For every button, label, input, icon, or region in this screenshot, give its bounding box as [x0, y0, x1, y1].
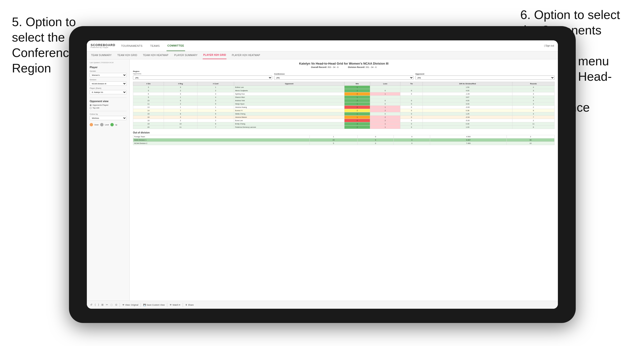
- table-cell: [370, 96, 400, 99]
- opponent-select[interactable]: (All): [416, 76, 554, 80]
- sub-tab-team-summary[interactable]: TEAM SUMMARY: [91, 51, 112, 59]
- table-cell: 1: [370, 106, 400, 109]
- cut-icon[interactable]: ✂: [106, 303, 108, 306]
- back-icon[interactable]: ⟨: [95, 303, 96, 306]
- sub-tab-player-h2h-grid[interactable]: PLAYER H2H GRID: [203, 51, 226, 59]
- table-cell: 4: [512, 112, 554, 116]
- table-cell: 3: [197, 92, 234, 96]
- region-label: Region: [133, 70, 272, 72]
- player-rank-select[interactable]: 8. Katelyn Vo: [90, 90, 126, 94]
- nav-tab-tournaments[interactable]: TOURNAMENTS: [120, 40, 144, 51]
- record-row: Overall Record: 353 - 34 - 6 Division Re…: [133, 66, 554, 68]
- sub-tab-player-summary[interactable]: PLAYER SUMMARY: [174, 51, 198, 59]
- table-cell: 14: [133, 109, 164, 112]
- table-cell: 4.00: [423, 89, 512, 92]
- table-cell: 3: [133, 86, 164, 89]
- h2h-data-table: # Div # Reg # Conf Opponent Win Loss Tie…: [133, 82, 554, 129]
- sub-tab-team-h2h-grid[interactable]: TEAM H2H GRID: [117, 51, 138, 59]
- table-row: 1822Euna Lee020-5.002: [133, 119, 554, 122]
- undo-icon[interactable]: ↺: [90, 303, 92, 306]
- table-cell: Federica Domecq Lacroze: [234, 126, 344, 129]
- colour-by-select[interactable]: Win/loss: [90, 116, 126, 120]
- out-table-cell: 5: [310, 142, 357, 145]
- table-cell: 6: [197, 122, 234, 126]
- table-cell: 3.33: [423, 102, 512, 106]
- table-cell: 2: [512, 119, 554, 122]
- toolbar-sep-3: [167, 303, 167, 307]
- table-cell: 2: [512, 106, 554, 109]
- table-cell: 0: [400, 102, 423, 106]
- col-rounds: Rounds: [512, 82, 554, 86]
- table-cell: 0.30: [423, 122, 512, 126]
- save-custom-btn[interactable]: 💾 Save Custom View: [143, 304, 165, 306]
- table-cell: Stella Cheng: [234, 112, 344, 116]
- table-cell: Sydney Kuo: [234, 92, 344, 96]
- table-cell: 4: [197, 109, 234, 112]
- table-cell: 10: [133, 99, 164, 102]
- nav-tabs: TOURNAMENTS TEAMS COMMITTEE: [120, 40, 544, 51]
- table-cell: 16: [133, 116, 164, 119]
- out-table-cell: 0: [394, 139, 430, 142]
- sub-tab-player-h2h-heatmap[interactable]: PLAYER H2H HEATMAP: [231, 51, 260, 59]
- col-conf: # Conf: [197, 82, 234, 86]
- table-cell: 1: [370, 92, 400, 96]
- colour-by-label: Colour by: [90, 113, 126, 115]
- toolbar-sep-4: [183, 303, 183, 307]
- table-cell: 0: [400, 126, 423, 129]
- table-cell: 2: [197, 119, 234, 122]
- table-cell: 1: [164, 106, 197, 109]
- col-opponent: Opponent: [234, 82, 344, 86]
- circle-icon[interactable]: ◌: [110, 303, 113, 306]
- table-cell: 1.33: [423, 126, 512, 129]
- gender-select[interactable]: Women's: [90, 73, 126, 77]
- table-cell: Jessica Mason: [234, 116, 344, 119]
- conference-select[interactable]: (All): [274, 76, 413, 80]
- table-row: 19106Emily Chang4100.3011: [133, 122, 554, 126]
- table-cell: 3.67: [423, 96, 512, 99]
- radio-opponents-played[interactable]: Opponents Played: [90, 104, 126, 106]
- table-cell: 11: [512, 122, 554, 126]
- watch-btn[interactable]: 👁 Watch ▾: [170, 304, 180, 306]
- overall-record: Overall Record: 353 - 34 - 6: [311, 66, 338, 68]
- table-cell: 7: [164, 109, 197, 112]
- table-row: 1125Heejo Hyun1003.333: [133, 102, 554, 106]
- filter-row: Region Opponents: (All) Conference (All): [133, 70, 554, 80]
- radio-dot-top100: [90, 107, 92, 109]
- nav-sign-out[interactable]: | Sign out: [544, 44, 554, 47]
- region-select[interactable]: (All): [133, 76, 272, 80]
- clock-icon[interactable]: ⊙: [115, 303, 117, 306]
- table-cell: 8: [164, 112, 197, 116]
- table-cell: 1: [344, 86, 370, 89]
- grid-icon[interactable]: ⊞: [101, 303, 104, 306]
- table-cell: 1: [197, 106, 234, 109]
- table-cell: 2: [344, 109, 370, 112]
- table-cell: 1: [344, 116, 370, 119]
- table-cell: 2: [370, 109, 400, 112]
- conference-label: Conference: [274, 73, 413, 75]
- table-cell: 6: [133, 92, 164, 96]
- share-btn[interactable]: ⬆ Share: [185, 304, 194, 306]
- sub-tab-team-h2h-heatmap[interactable]: TEAM H2H HEATMAP: [142, 51, 169, 59]
- table-cell: 3: [197, 99, 234, 102]
- table-cell: 0: [400, 99, 423, 102]
- radio-top100[interactable]: Top 100: [90, 107, 126, 109]
- out-table-cell: 9.267: [430, 139, 507, 142]
- table-cell: 3: [512, 96, 554, 99]
- table-cell: Alexis Sudjianto: [234, 89, 344, 92]
- division-select[interactable]: NCAA Division III: [90, 81, 126, 86]
- colour-level: [100, 123, 104, 126]
- col-reg: # Reg: [164, 82, 197, 86]
- table-cell: 4: [512, 86, 554, 89]
- nav-tab-teams[interactable]: TEAMS: [149, 40, 160, 51]
- table-cell: 0: [400, 112, 423, 116]
- left-panel: Last Updated: 27/03/2024 04:34 Player Ge…: [87, 59, 130, 301]
- table-cell: 4: [197, 96, 234, 99]
- table-cell: Esther Lee: [234, 86, 344, 89]
- out-table-cell: 0: [394, 135, 430, 139]
- col-tie: Tie: [400, 82, 423, 86]
- view-original-btn[interactable]: 👁 View: Original: [122, 304, 138, 306]
- out-of-division-table: Foreign Team1004.5002NAIA Division 11500…: [133, 135, 554, 145]
- nav-tab-committee[interactable]: COMMITTEE: [166, 40, 185, 51]
- forward-icon[interactable]: ⟩: [98, 303, 99, 306]
- table-cell: 0: [344, 106, 370, 109]
